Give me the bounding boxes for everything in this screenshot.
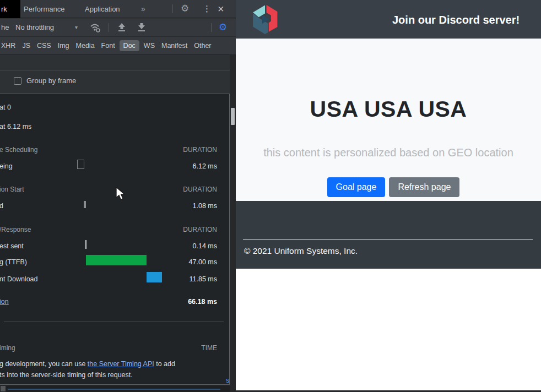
throttling-select[interactable]: No throttling — [15, 19, 54, 36]
content-download-value: 11.85 ms — [190, 274, 218, 285]
filter-xhr[interactable]: XHR — [1, 42, 15, 50]
server-timing-label: iming — [0, 344, 15, 352]
started-at-row: at 6.12 ms — [0, 121, 229, 132]
request-sent-label: est sent — [0, 242, 24, 250]
filter-doc-active[interactable]: Doc — [120, 40, 139, 51]
panel-scrollbar-track — [230, 55, 236, 392]
page-footer: © 2021 Uniform Systems, Inc. — [236, 201, 541, 269]
filter-media[interactable]: Media — [76, 42, 95, 50]
filter-manifest[interactable]: Manifest — [161, 42, 187, 50]
group-by-frame-checkbox[interactable] — [14, 77, 21, 85]
timing-popup: at 0 at 6.12 ms e Scheduling DURATION ei… — [0, 94, 230, 385]
duration-column-header: DURATION — [183, 144, 217, 155]
duration-column-header: DURATION — [183, 184, 217, 195]
panel-bottom-strip — [0, 385, 230, 392]
resource-scheduling-header: e Scheduling DURATION — [0, 144, 229, 155]
page-subtitle: this content is personalized based on GE… — [236, 146, 541, 159]
toolbar-divider — [172, 4, 173, 13]
import-har-icon[interactable] — [117, 23, 127, 32]
toolbar-divider — [109, 23, 109, 32]
waiting-ttfb-bar — [86, 255, 147, 265]
page-title: USA USA USA — [236, 96, 541, 122]
server-timing-api-link[interactable]: the Server Timing API — [88, 360, 154, 368]
total-duration-value: 66.18 ms — [188, 296, 217, 307]
stalled-bar — [84, 201, 86, 208]
stalled-label: d — [0, 202, 3, 210]
toolbar-divider — [211, 23, 212, 32]
request-sent-bar — [85, 240, 86, 249]
explanation-link[interactable]: ion — [0, 298, 9, 306]
request-type-filters: XHR JS CSS Img Media Font Doc WS Manifes… — [0, 37, 236, 55]
goal-page-button[interactable]: Goal page — [327, 177, 386, 197]
refresh-page-button[interactable]: Refresh page — [389, 177, 459, 197]
waiting-ttfb-label: g (TTFB) — [0, 258, 27, 266]
server-timing-tip-line1: g development, you can use the Server Ti… — [0, 358, 229, 369]
queued-at-row: at 0 — [0, 102, 229, 113]
bottom-strip-line — [8, 389, 220, 390]
group-by-frame-label: Group by frame — [26, 70, 76, 91]
time-column-header: TIME — [201, 342, 217, 353]
stalled-value: 1.08 ms — [193, 200, 217, 211]
screenshot-root: rk Performance Application » ⚙ ⋮ × he No… — [0, 0, 541, 392]
request-sent-value: 0.14 ms — [193, 241, 217, 252]
chevron-down-icon[interactable]: ▾ — [75, 19, 78, 36]
tab-application[interactable]: Application — [85, 0, 120, 18]
queueing-value: 6.12 ms — [193, 161, 217, 172]
duration-column-header: DURATION — [183, 224, 217, 235]
network-toolbar: he No throttling ▾ ⚙ — [0, 19, 236, 36]
uniform-logo[interactable] — [251, 4, 279, 36]
content-download-label: nt Download — [0, 275, 38, 283]
browser-page: Join our Discord server! USA USA USA thi… — [236, 0, 541, 392]
request-response-header: /Response DURATION — [0, 224, 229, 235]
resource-scheduling-label: e Scheduling — [0, 146, 37, 154]
connection-start-label: ion Start — [0, 186, 24, 193]
total-row: ion 66.18 ms — [0, 296, 229, 307]
settings-gear-icon[interactable]: ⚙ — [181, 2, 189, 15]
filter-ws[interactable]: WS — [144, 42, 155, 50]
popup-divider — [4, 322, 224, 322]
stalled-row: d 1.08 ms — [0, 200, 229, 211]
request-response-label: /Response — [0, 226, 31, 233]
queueing-row: eing 6.12 ms — [0, 161, 229, 172]
close-devtools-icon[interactable]: × — [218, 2, 224, 16]
tip-text: to add — [154, 360, 175, 368]
connection-start-header: ion Start DURATION — [0, 184, 229, 195]
kebab-menu-icon[interactable]: ⋮ — [203, 2, 211, 15]
disable-cache-label[interactable]: he — [1, 19, 9, 36]
group-by-frame-row: Group by frame — [0, 70, 230, 91]
filter-img[interactable]: Img — [58, 42, 69, 50]
content-download-row: nt Download 11.85 ms — [0, 274, 229, 285]
content-download-bar — [147, 272, 162, 282]
network-settings-gear-icon[interactable]: ⚙ — [219, 21, 227, 34]
devtools-tab-bar: rk Performance Application » ⚙ ⋮ × — [0, 0, 236, 18]
queueing-label: eing — [0, 162, 13, 170]
filter-js[interactable]: JS — [22, 42, 30, 50]
tab-performance[interactable]: Performance — [24, 0, 64, 18]
network-conditions-icon[interactable] — [90, 23, 102, 32]
mouse-cursor-icon — [116, 187, 128, 201]
request-sent-row: est sent 0.14 ms — [0, 241, 229, 252]
footer-divider — [243, 239, 533, 240]
hero-section: USA USA USA this content is personalized… — [236, 39, 541, 201]
page-header: Join our Discord server! — [236, 0, 541, 39]
export-har-icon[interactable] — [137, 23, 147, 32]
tab-network[interactable]: rk — [0, 0, 20, 18]
discord-banner[interactable]: Join our Discord server! — [392, 14, 520, 26]
copyright-text: © 2021 Uniform Systems, Inc. — [244, 246, 358, 256]
server-timing-header: iming TIME — [0, 342, 229, 353]
filter-font[interactable]: Font — [101, 42, 115, 50]
button-row: Goal page Refresh page — [236, 177, 541, 197]
filter-css[interactable]: CSS — [37, 42, 51, 50]
tip-text: g development, you can use — [0, 360, 88, 368]
server-timing-tip-line2: ts into the server-side timing of this r… — [0, 369, 229, 380]
waiting-ttfb-value: 47.00 ms — [189, 257, 217, 268]
filter-other[interactable]: Other — [194, 42, 211, 50]
more-tabs-icon[interactable]: » — [141, 0, 145, 18]
queueing-bar — [77, 160, 84, 169]
panel-scrollbar-thumb[interactable] — [231, 108, 235, 125]
clipped-text-fragment: s — [226, 377, 229, 384]
bottom-strip-chip — [1, 386, 6, 391]
